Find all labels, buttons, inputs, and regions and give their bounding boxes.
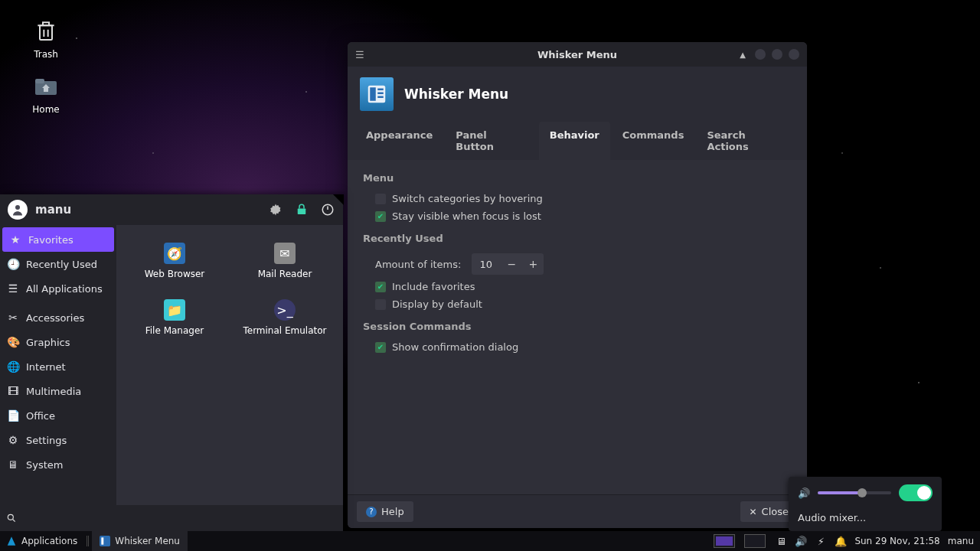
close-icon: ✕ (750, 507, 757, 517)
amount-value[interactable]: 10 (472, 259, 501, 270)
option-switch-hover[interactable]: Switch categories by hovering (363, 190, 792, 207)
menu-user[interactable]: manu (8, 200, 71, 220)
search-input[interactable] (26, 513, 337, 524)
amount-plus-button[interactable]: + (522, 253, 544, 275)
volume-knob[interactable] (858, 488, 867, 497)
tab-behavior[interactable]: Behavior (539, 122, 610, 160)
panel-user[interactable]: manu (948, 536, 974, 546)
workspace-2[interactable] (744, 534, 766, 548)
menu-pin-corner[interactable] (333, 194, 344, 205)
hamburger-icon[interactable]: ☰ (355, 49, 366, 60)
office-icon: 📄 (6, 409, 20, 422)
checkbox-icon[interactable] (375, 194, 386, 204)
minimize-button[interactable] (755, 49, 766, 60)
audio-mixer-link[interactable]: Audio mixer... (798, 509, 933, 523)
option-confirm-dialog[interactable]: ✔ Show confirmation dialog (363, 338, 792, 356)
svg-rect-0 (40, 25, 52, 40)
app-mail-reader[interactable]: ✉Mail Reader (231, 234, 338, 288)
maximize-button[interactable] (772, 49, 782, 60)
system-icon: 🖥 (6, 458, 20, 471)
whisker-menu-popup: manu ★Favorites 🕘Recently Used ☰All Appl… (0, 194, 343, 531)
tab-commands[interactable]: Commands (612, 122, 695, 160)
app-web-browser[interactable]: 🧭Web Browser (121, 234, 228, 288)
window-heading: Whisker Menu (404, 86, 508, 102)
system-tray: 🖥 🔊 ⚡ 🔔 Sun 29 Nov, 21:58 manu (707, 534, 980, 548)
window-titlebar[interactable]: ☰ Whisker Menu ▲ (348, 42, 807, 67)
menu-categories: ★Favorites 🕘Recently Used ☰All Applicati… (0, 225, 116, 505)
settings-body: Menu Switch categories by hovering ✔ Sta… (348, 160, 807, 494)
volume-fill (818, 491, 862, 494)
star-icon: ★ (8, 233, 22, 246)
desktop-icon-trash[interactable]: Trash (15, 15, 77, 60)
whisker-task-icon (100, 536, 110, 546)
volume-slider[interactable] (818, 491, 891, 494)
settings-icon[interactable] (268, 202, 283, 217)
checkbox-icon[interactable]: ✔ (375, 211, 386, 222)
category-system[interactable]: 🖥System (0, 452, 116, 477)
category-favorites[interactable]: ★Favorites (2, 227, 114, 252)
clock[interactable]: Sun 29 Nov, 21:58 (854, 536, 939, 546)
globe-icon: 🌐 (6, 360, 20, 373)
folder-icon: 📁 (164, 299, 185, 321)
desktop-icon-home[interactable]: Home (15, 70, 77, 115)
shade-icon[interactable]: ▲ (740, 51, 746, 59)
lock-icon[interactable] (294, 202, 309, 217)
option-include-favorites[interactable]: ✔ Include favorites (363, 278, 792, 295)
menu-search (0, 505, 343, 531)
svg-rect-11 (102, 537, 104, 544)
option-stay-visible[interactable]: ✔ Stay visible when focus is lost (363, 207, 792, 225)
taskbar-item-whisker[interactable]: Whisker Menu (92, 531, 188, 551)
volume-popup: 🔊 Audio mixer... (789, 477, 942, 531)
category-multimedia[interactable]: 🎞Multimedia (0, 379, 116, 403)
network-icon[interactable]: 🖥 (775, 535, 787, 547)
arch-logo-icon (6, 536, 17, 546)
whisker-app-icon (360, 77, 394, 111)
amount-spinner: 10 − + (472, 253, 544, 275)
envelope-icon: ✉ (274, 243, 296, 264)
app-file-manager[interactable]: 📁File Manager (121, 291, 228, 344)
tab-panel-button[interactable]: Panel Button (445, 122, 537, 160)
help-button[interactable]: ?Help (357, 501, 413, 522)
applications-menu-button[interactable]: Applications (0, 531, 83, 551)
section-menu-title: Menu (363, 172, 792, 184)
workspace-1[interactable] (714, 534, 735, 548)
notifications-icon[interactable]: 🔔 (835, 535, 847, 547)
checkbox-icon[interactable]: ✔ (375, 342, 386, 353)
power-icon[interactable]: ⚡ (815, 535, 827, 547)
svg-point-7 (8, 514, 13, 520)
tab-search-actions[interactable]: Search Actions (696, 122, 799, 160)
desktop-icon-label: Trash (15, 49, 77, 60)
volume-toggle[interactable] (899, 484, 933, 501)
taskbar: Applications Whisker Menu 🖥 🔊 ⚡ 🔔 Sun 29… (0, 531, 980, 551)
category-internet[interactable]: 🌐Internet (0, 354, 116, 379)
window-title: Whisker Menu (348, 49, 807, 60)
volume-tray-icon[interactable]: 🔊 (795, 535, 807, 547)
settings-tabs: Appearance Panel Button Behavior Command… (348, 122, 807, 160)
svg-rect-9 (370, 87, 376, 101)
option-amount-items: Amount of items: 10 − + (363, 250, 792, 278)
category-graphics[interactable]: 🎨Graphics (0, 330, 116, 354)
category-recently-used[interactable]: 🕘Recently Used (0, 252, 116, 276)
app-terminal-emulator[interactable]: >_Terminal Emulator (231, 291, 338, 344)
close-window-button[interactable] (789, 49, 799, 60)
option-display-default[interactable]: Display by default (363, 295, 792, 313)
svg-rect-2 (35, 79, 44, 83)
help-icon: ? (366, 507, 377, 517)
tab-appearance[interactable]: Appearance (355, 122, 443, 160)
whisker-settings-window: ☰ Whisker Menu ▲ Whisker Menu Appearance… (348, 42, 807, 528)
gear-icon: ⚙ (6, 433, 20, 447)
category-settings[interactable]: ⚙Settings (0, 428, 116, 452)
checkbox-icon[interactable] (375, 299, 386, 310)
category-accessories[interactable]: ✂Accessories (0, 305, 116, 330)
panel-separator (87, 536, 89, 546)
menu-username: manu (35, 203, 71, 217)
list-icon: ☰ (6, 282, 20, 295)
user-avatar-icon (8, 200, 28, 220)
checkbox-icon[interactable]: ✔ (375, 282, 386, 292)
multimedia-icon: 🎞 (6, 384, 20, 398)
category-office[interactable]: 📄Office (0, 403, 116, 428)
amount-minus-button[interactable]: − (501, 253, 522, 275)
speaker-icon[interactable]: 🔊 (798, 487, 810, 499)
menu-header: manu (0, 194, 343, 225)
category-all-applications[interactable]: ☰All Applications (0, 276, 116, 301)
